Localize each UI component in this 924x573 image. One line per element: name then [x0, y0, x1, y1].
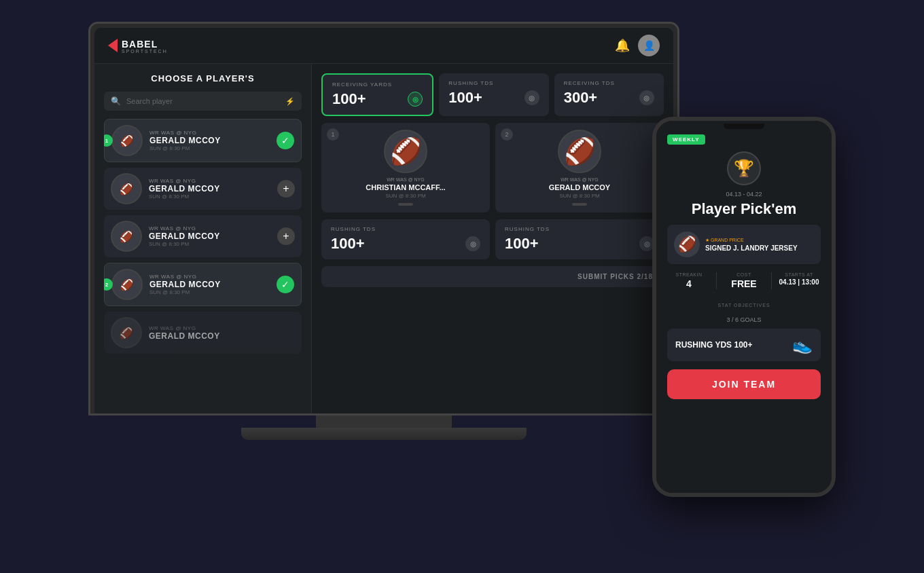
pick-card-2: 2 🏈 WR WAS @ NYG GERALD MCCOY SUN @ 8:30…: [495, 123, 664, 212]
goals-progress: 3 / 6 GOALS: [726, 316, 761, 323]
list-item[interactable]: 🏈 WR WAS @ NYG GERALD MCCOY: [104, 312, 302, 354]
submit-picks-button[interactable]: SUBMIT PICKS 2/18: [578, 273, 653, 280]
stat-divider: [716, 272, 717, 289]
player-check-icon[interactable]: ✓: [277, 276, 294, 293]
pick-card-1: 1 🏈 WR WAS @ NYG CHRISTIAN MCCAFF... SUN…: [321, 123, 490, 212]
player-position: WR WAS @ NYG: [149, 225, 270, 232]
stat-card-rushing-tds-2: RUSHING TDS 100+ ◎: [321, 219, 490, 259]
player-add-icon[interactable]: +: [277, 180, 295, 198]
player-name: GERALD MCCOY: [149, 232, 270, 241]
bell-icon[interactable]: 🔔: [615, 38, 630, 53]
stat-label: RECEIVING TDS: [564, 80, 654, 86]
left-panel: CHOOSE A PLAYER'S 🔍 Search player ⚡ 1 🏈: [94, 64, 312, 413]
list-item[interactable]: 🏈 WR WAS @ NYG GERALD MCCOY SUN @ 8:30 P…: [104, 215, 302, 257]
stat-label: COST: [722, 272, 766, 277]
stat-toggle[interactable]: ◎: [465, 236, 480, 251]
panel-title: CHOOSE A PLAYER'S: [104, 73, 302, 84]
stat-value: 100+ ◎: [332, 90, 423, 108]
pick-name: GERALD MCCOY: [549, 183, 610, 191]
player-avatar: 🏈: [111, 221, 142, 252]
logo-text: BABEL SPORTSTECH: [122, 38, 168, 54]
player-info: WR WAS @ NYG GERALD MCCOY: [149, 325, 295, 341]
pick-minus-icon[interactable]: [398, 203, 413, 206]
pick-name: CHRISTIAN MCCAFF...: [366, 183, 445, 191]
player-position: WR WAS @ NYG: [149, 178, 270, 184]
player-avatar: 🏈: [111, 125, 143, 156]
phone-screen: WEEKLY 🏆 04.13 - 04.22 Player Pick'em 🏈 …: [656, 121, 832, 493]
list-item[interactable]: 2 🏈 WR WAS @ NYG GERALD MCCOY SUN @ 8:30…: [104, 263, 302, 306]
phone-prize: 🏈 ★ GRAND PRICE SIGNED J. LANDRY JERSEY: [667, 225, 821, 264]
laptop-stand: [316, 415, 452, 429]
join-team-button[interactable]: JOIN TEAM: [667, 369, 821, 399]
player-avatar: 🏈: [111, 317, 142, 348]
list-item[interactable]: 1 🏈 WR WAS @ NYG GERALD MCCOY SUN @ 8:30…: [104, 119, 302, 162]
rushing-icon: 👟: [792, 335, 813, 354]
player-add-icon[interactable]: +: [277, 227, 295, 245]
pick-time: SUN @ 8:30 PM: [385, 193, 425, 199]
filter-icon[interactable]: ⚡: [285, 97, 295, 106]
prize-avatar: 🏈: [674, 232, 700, 257]
logo-chevron-icon: [108, 39, 118, 52]
phone-stat-cost: COST FREE: [722, 272, 766, 289]
stat-toggle-active[interactable]: ◎: [408, 92, 423, 107]
player-time: SUN @ 8:30 PM: [149, 289, 270, 295]
phone-date: 04.13 - 04.22: [667, 191, 821, 198]
prize-info: ★ GRAND PRICE SIGNED J. LANDRY JERSEY: [705, 238, 814, 252]
player-avatar: 🏈: [111, 269, 143, 300]
screen-content: BABEL SPORTSTECH 🔔 👤 CHOO: [94, 28, 673, 413]
weekly-badge: WEEKLY: [667, 134, 705, 145]
pick-avatar: 🏈: [558, 130, 601, 173]
stat-divider: [771, 272, 772, 289]
phone-stat-starts: STARTS AT 04.13 | 13:00: [777, 272, 821, 289]
top-bar-right: 🔔 👤: [615, 35, 660, 56]
player-name: GERALD MCCOY: [149, 184, 270, 193]
pick-position: WR WAS @ NYG: [387, 177, 424, 182]
search-bar[interactable]: 🔍 Search player ⚡: [104, 92, 302, 111]
main-area: CHOOSE A PLAYER'S 🔍 Search player ⚡ 1 🏈: [94, 64, 673, 413]
stat-label: STARTS AT: [777, 272, 821, 277]
pick-position: WR WAS @ NYG: [561, 177, 598, 182]
pick-avatar: 🏈: [384, 130, 427, 173]
pick-number: 1: [327, 128, 339, 141]
phone-logo-icon: 🏆: [727, 151, 761, 185]
pick-minus-icon[interactable]: [572, 203, 587, 206]
avatar[interactable]: 👤: [638, 35, 660, 56]
stat-label: RECEIVING YARDS: [332, 81, 423, 88]
prize-label: ★ GRAND PRICE: [705, 238, 814, 243]
player-avatar: 🏈: [111, 173, 142, 204]
bottom-stat-row: RUSHING TDS 100+ ◎ RUSHING TDS: [321, 219, 664, 259]
player-name: GERALD MCCOY: [149, 331, 295, 341]
stat-label: RUSHING TDS: [448, 80, 539, 86]
player-time: SUN @ 8:30 PM: [149, 193, 270, 200]
laptop-screen: BABEL SPORTSTECH 🔔 👤 CHOO: [94, 28, 673, 413]
laptop: BABEL SPORTSTECH 🔔 👤 CHOO: [88, 22, 679, 524]
stat-card-receiving-tds: RECEIVING TDS 300+ ◎: [554, 73, 664, 116]
player-position: WR WAS @ NYG: [149, 274, 270, 280]
stat-label: RUSHING TDS: [331, 226, 480, 232]
player-position: WR WAS @ NYG: [149, 130, 270, 136]
player-info: WR WAS @ NYG GERALD MCCOY SUN @ 8:30 PM: [149, 225, 270, 247]
stat-cards-row: RECEIVING YARDS 100+ ◎ RUSHING TDS: [321, 73, 664, 116]
scene: BABEL SPORTSTECH 🔔 👤 CHOO: [88, 22, 836, 551]
prize-name: SIGNED J. LANDRY JERSEY: [705, 244, 814, 252]
right-panel: RECEIVING YARDS 100+ ◎ RUSHING TDS: [312, 64, 673, 413]
goals-label: STAT OBJECTIVES: [717, 303, 770, 308]
stat-value: FREE: [722, 278, 766, 289]
stat-value: 04.13 | 13:00: [777, 278, 821, 286]
logo: BABEL SPORTSTECH: [108, 38, 168, 54]
stat-value: 100+ ◎: [505, 235, 654, 253]
pick-number: 2: [501, 128, 513, 141]
stat-value: 300+ ◎: [564, 89, 654, 107]
phone-title: Player Pick'em: [667, 200, 821, 218]
laptop-base: [241, 428, 527, 440]
stat-card-receiving-yards: RECEIVING YARDS 100+ ◎: [321, 73, 433, 116]
stat-toggle[interactable]: ◎: [639, 90, 654, 105]
list-item[interactable]: 🏈 WR WAS @ NYG GERALD MCCOY SUN @ 8:30 P…: [104, 168, 302, 210]
submit-bar: SUBMIT PICKS 2/18: [321, 266, 664, 287]
pick-time: SUN @ 8:30 PM: [559, 193, 599, 199]
player-check-icon[interactable]: ✓: [277, 132, 294, 149]
rushing-goal-text: RUSHING YDS 100+: [675, 340, 753, 350]
stat-card-rushing-tds-3: RUSHING TDS 100+ ◎: [495, 219, 664, 259]
top-bar: BABEL SPORTSTECH 🔔 👤: [94, 28, 673, 64]
stat-toggle[interactable]: ◎: [525, 90, 539, 105]
